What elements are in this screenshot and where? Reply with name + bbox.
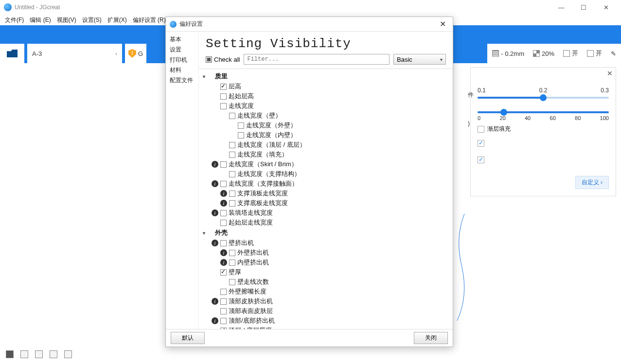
panel-close-button[interactable]: ✕ [607, 69, 613, 77]
slider-2-thumb[interactable] [500, 109, 507, 116]
tree-item[interactable]: i内壁挤出机 [201, 258, 453, 267]
view-front-icon[interactable] [50, 350, 57, 358]
tree-item[interactable]: 走线宽度（壁） [201, 111, 453, 121]
tree-item[interactable]: i外壁挤出机 [201, 248, 453, 258]
menu-item-0[interactable]: 文件(F) [2, 15, 27, 25]
setting-checkbox[interactable] [238, 122, 244, 129]
sidebar-item-4[interactable]: 配置文件 [168, 75, 196, 86]
open-file-button[interactable] [0, 44, 24, 63]
infill-button[interactable]: 20% [533, 50, 554, 57]
tree-item[interactable]: i支撑底板走线宽度 [201, 198, 453, 208]
layer-height-button[interactable]: - 0.2mm [492, 50, 524, 57]
setting-checkbox[interactable] [220, 240, 227, 246]
maximize-button[interactable]: ☐ [572, 0, 595, 15]
tree-item[interactable]: i走线宽度（支撑接触面） [201, 179, 453, 189]
filter-input[interactable] [244, 54, 390, 65]
setting-checkbox[interactable] [229, 279, 235, 285]
dialog-close-footer-button[interactable]: 关闭 [414, 332, 448, 344]
setting-checkbox[interactable] [229, 200, 235, 207]
setting-checkbox[interactable] [229, 260, 235, 266]
slider-2-track[interactable] [478, 111, 609, 113]
setting-checkbox[interactable] [220, 289, 227, 295]
tree-item[interactable]: i走线宽度（Skirt / Brim） [201, 159, 453, 169]
setting-checkbox[interactable] [229, 152, 235, 158]
setting-checkbox[interactable] [229, 250, 235, 256]
setting-label: 顶部皮肤挤出机 [229, 297, 273, 306]
tree-item[interactable]: 走线宽度 [201, 101, 453, 111]
sidebar-item-3[interactable]: 材料 [168, 65, 196, 75]
setting-checkbox[interactable] [220, 210, 227, 216]
toggle-1[interactable]: 开 [563, 49, 578, 58]
check-all-checkbox[interactable]: Check all [206, 56, 240, 63]
tree-item[interactable]: 层高 [201, 82, 453, 91]
printer-select[interactable]: A-3 ‹ [27, 44, 122, 63]
setting-checkbox[interactable] [229, 113, 235, 119]
setting-checkbox[interactable] [220, 220, 227, 226]
defaults-button[interactable]: 默认 [171, 332, 205, 344]
menu-item-2[interactable]: 视图(V) [54, 15, 79, 25]
sidebar-item-0[interactable]: 基本 [168, 35, 196, 45]
tree-item[interactable]: 走线宽度（内壁） [201, 130, 453, 140]
setting-checkbox[interactable] [229, 191, 235, 197]
dialog-close-button[interactable]: ✕ [437, 19, 449, 29]
setting-checkbox[interactable] [238, 132, 244, 139]
menu-item-3[interactable]: 设置(S) [79, 15, 105, 25]
menu-item-5[interactable]: 偏好设置 (R) [130, 15, 169, 25]
tree-item[interactable]: i壁挤出机 [201, 238, 453, 248]
toggle-2[interactable]: 开 [587, 49, 602, 58]
slider-1-thumb[interactable] [540, 94, 547, 101]
tree-item[interactable]: 外壁擦嘴长度 [201, 287, 453, 296]
setting-checkbox[interactable] [220, 328, 227, 329]
tree-item[interactable]: 起始层走线宽度 [201, 218, 453, 227]
setting-checkbox[interactable] [220, 269, 227, 276]
view-solid-icon[interactable] [6, 350, 14, 358]
tree-item[interactable]: 走线宽度（顶层 / 底层） [201, 140, 453, 150]
menu-item-1[interactable]: 编辑 (E) [27, 15, 53, 25]
menu-item-4[interactable]: 扩展(X) [105, 15, 130, 25]
tree-item[interactable]: 顶层 / 底层厚度 [201, 326, 453, 329]
tree-item[interactable]: i顶部/底部挤出机 [201, 316, 453, 326]
minimize-button[interactable]: — [550, 0, 572, 15]
tree-item[interactable]: 走线宽度（填充） [201, 150, 453, 159]
tree-item[interactable]: 走线宽度（外壁） [201, 121, 453, 130]
setting-checkbox[interactable] [220, 93, 227, 100]
setting-label: 走线宽度（内壁） [246, 131, 297, 139]
setting-checkbox[interactable] [220, 308, 227, 314]
customize-button[interactable]: 自定义 › [575, 176, 609, 189]
view-xray-icon[interactable] [20, 350, 28, 358]
tree-group-header[interactable]: ▾外壳 [201, 227, 453, 238]
setting-checkbox[interactable] [220, 181, 227, 187]
setting-checkbox[interactable] [220, 298, 227, 305]
tree-item[interactable]: i顶部皮肤挤出机 [201, 296, 453, 306]
collapse-icon: ▾ [203, 74, 205, 79]
slider-2-scale: 020406080100 [478, 115, 609, 121]
setting-checkbox[interactable] [220, 161, 227, 168]
visibility-level-select[interactable]: Basic ▾ [393, 54, 446, 65]
setting-checkbox[interactable] [229, 142, 235, 148]
tree-item[interactable]: 起始层高 [201, 91, 453, 101]
view-iso-icon[interactable] [64, 350, 72, 358]
tree-item[interactable]: 走线宽度（支撑结构） [201, 169, 453, 179]
tree-item[interactable]: i支撑顶板走线宽度 [201, 189, 453, 198]
tree-item[interactable]: 顶部表面皮肤层 [201, 306, 453, 316]
sidebar-item-1[interactable]: 设置 [168, 45, 196, 55]
setting-checkbox[interactable] [220, 103, 227, 109]
edit-button[interactable]: ✎ [611, 50, 616, 57]
view-layers-icon[interactable] [35, 350, 43, 358]
setting-checkbox[interactable] [229, 171, 235, 177]
tree-group-header[interactable]: ▾质里 [201, 71, 453, 82]
close-button[interactable]: ✕ [595, 0, 617, 15]
sidebar-item-2[interactable]: 打印机 [168, 55, 196, 65]
tree-item[interactable]: 壁厚 [201, 267, 453, 277]
option-checkbox-1[interactable] [478, 140, 484, 147]
gradual-fill-checkbox[interactable] [478, 126, 484, 133]
option-checkbox-2[interactable] [478, 156, 484, 163]
setting-checkbox[interactable] [220, 84, 227, 90]
info-icon: i [220, 249, 227, 256]
material-indicator[interactable]: G [125, 44, 146, 63]
tree-item[interactable]: i装填塔走线宽度 [201, 208, 453, 218]
settings-tree[interactable]: ▾质里层高起始层高走线宽度走线宽度（壁）走线宽度（外壁）走线宽度（内壁）走线宽度… [199, 69, 453, 329]
slider-1-track[interactable] [478, 97, 609, 99]
tree-item[interactable]: 壁走线次数 [201, 277, 453, 287]
setting-checkbox[interactable] [220, 318, 227, 324]
